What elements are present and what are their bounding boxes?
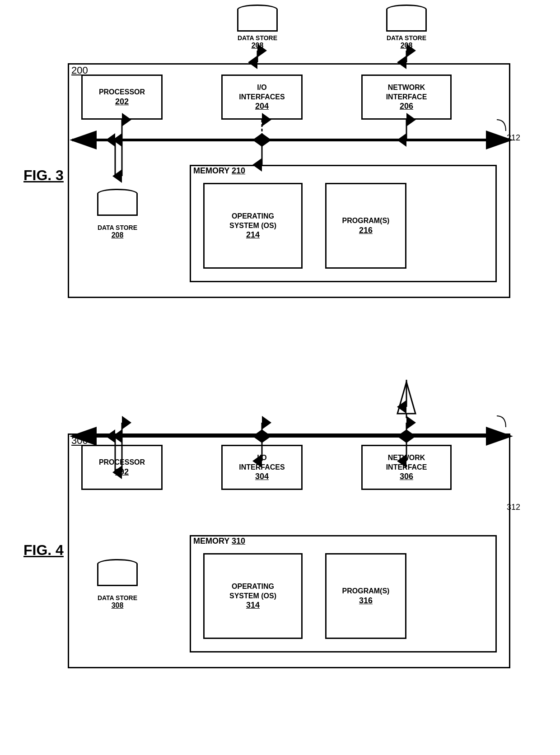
ds-top2-label: DATA STORE — [387, 34, 426, 42]
processor-202-num: 202 — [115, 97, 129, 107]
datastore-208-top1: DATA STORE 208 — [221, 5, 294, 50]
prog-316-num: 316 — [359, 596, 373, 606]
ni-206-label: NETWORK INTERFACE — [386, 83, 427, 102]
box-memory-210-label: MEMORY 210 — [193, 166, 245, 176]
ds-308-label: DATA STORE — [98, 594, 137, 601]
fig3-label: FIG. 3 — [23, 167, 64, 184]
box-ni-206: NETWORK INTERFACE 206 — [361, 75, 452, 120]
ds-top1-label: DATA STORE — [238, 34, 277, 42]
processor-202-label: PROCESSOR — [99, 88, 145, 97]
datastore-308-inside: DATA STORE 308 — [81, 546, 154, 610]
os-214-num: 214 — [246, 230, 260, 240]
prog-216-num: 216 — [359, 226, 373, 235]
box-os-214: OPERATING SYSTEM (OS) 214 — [203, 183, 303, 269]
datastore-208-top2: DATA STORE 208 — [370, 5, 443, 50]
os-314-label: OPERATING SYSTEM (OS) — [229, 582, 276, 601]
box-io-204: I/O INTERFACES 204 — [221, 75, 303, 120]
io-204-num: 204 — [255, 102, 269, 111]
box-prog-316: PROGRAM(S) 316 — [325, 553, 406, 639]
ni-206-num: 206 — [400, 102, 413, 111]
svg-marker-13 — [397, 382, 415, 414]
ni-306-label: NETWORK INTERFACE — [386, 453, 427, 472]
box-ni-306: NETWORK INTERFACE 306 — [361, 445, 452, 490]
ds-208-inside-num: 208 — [112, 231, 124, 239]
label-212: 212 — [507, 133, 520, 143]
box-memory-310-label: MEMORY 310 — [193, 536, 245, 546]
processor-302-num: 302 — [115, 467, 129, 477]
ds-top2-num: 208 — [401, 42, 413, 50]
processor-302-label: PROCESSOR — [99, 458, 145, 467]
prog-216-label: PROGRAM(S) — [342, 216, 390, 226]
ds-top1-num: 208 — [252, 42, 264, 50]
fig4-label: FIG. 4 — [23, 542, 64, 559]
box-prog-216: PROGRAM(S) 216 — [325, 183, 406, 269]
box-processor-202: PROCESSOR 202 — [81, 75, 163, 120]
antenna-icon — [393, 378, 420, 418]
os-214-label: OPERATING SYSTEM (OS) — [229, 212, 276, 231]
ni-306-num: 306 — [400, 472, 413, 481]
ds-308-num: 308 — [112, 601, 124, 610]
io-304-num: 304 — [255, 472, 269, 481]
io-204-label: I/O INTERFACES — [239, 83, 285, 102]
ds-208-inside-label: DATA STORE — [98, 224, 137, 231]
box-processor-302: PROCESSOR 302 — [81, 445, 163, 490]
box-os-314: OPERATING SYSTEM (OS) 314 — [203, 553, 303, 639]
datastore-208-inside: DATA STORE 208 — [81, 176, 154, 239]
label-312: 312 — [507, 503, 520, 512]
prog-316-label: PROGRAM(S) — [342, 587, 390, 596]
box-io-304: I/O INTERFACES 304 — [221, 445, 303, 490]
io-304-label: I/O INTERFACES — [239, 453, 285, 472]
os-314-num: 314 — [246, 601, 260, 610]
